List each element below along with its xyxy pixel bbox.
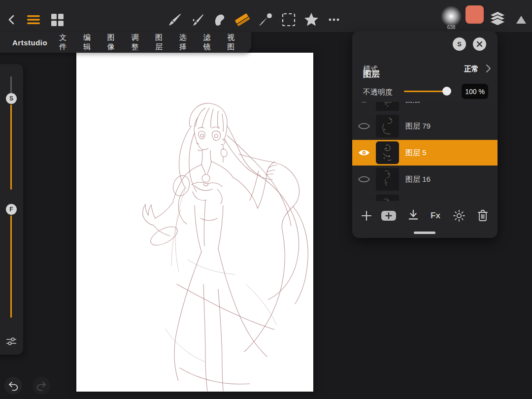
menu-item-file[interactable]: 文件	[59, 33, 73, 52]
color-swatch[interactable]	[466, 5, 484, 24]
visibility-toggle[interactable]	[352, 175, 376, 184]
layers-close-button[interactable]	[473, 37, 486, 51]
visibility-toggle[interactable]	[352, 148, 376, 157]
menu-item-edit[interactable]: 编辑	[83, 33, 97, 52]
sun-icon	[453, 209, 466, 222]
wet-brush-tool[interactable]	[188, 10, 207, 30]
merge-down-icon	[407, 209, 420, 222]
blend-mode-label: 模式	[363, 65, 378, 74]
layers-icon	[488, 11, 507, 27]
menu-bar: Artstudio 文件 编辑 图像 调整 图层 选择 滤镜 视图	[0, 32, 251, 53]
main-menu-button[interactable]	[24, 10, 43, 30]
eyedropper-tool[interactable]	[256, 10, 276, 30]
eye-off-icon	[358, 122, 370, 131]
back-button[interactable]	[2, 10, 22, 30]
grid-icon	[50, 13, 64, 27]
fx-label: Fx	[431, 211, 440, 221]
layer-thumbnail	[376, 141, 399, 164]
layer-name: 图层 79	[405, 122, 431, 131]
layer-thumbnail	[376, 102, 399, 111]
merge-down-button[interactable]	[405, 208, 421, 224]
flow-slider-label: F	[9, 206, 13, 213]
add-layer-button[interactable]	[359, 208, 374, 224]
menu-item-image[interactable]: 图像	[107, 33, 121, 52]
blend-mode-value[interactable]: 正常	[464, 65, 479, 74]
layer-row-clipped-top[interactable]: 图层 10	[352, 102, 498, 112]
smudge-tool[interactable]	[210, 10, 230, 30]
eraser-tool-active[interactable]	[233, 10, 252, 30]
layer-row-selected[interactable]: 图层 5	[352, 140, 498, 166]
menu-item-select[interactable]: 选择	[179, 33, 193, 52]
add-layer-with-content-button[interactable]	[381, 208, 397, 224]
panel-drag-handle[interactable]	[414, 232, 435, 234]
sketch-artwork	[76, 53, 313, 392]
opacity-slider-track[interactable]	[404, 91, 447, 92]
menu-item-layer[interactable]: 图层	[155, 33, 169, 52]
eyedropper-icon	[259, 12, 273, 27]
layer-thumbnail	[376, 168, 399, 191]
paint-brush-icon	[167, 12, 182, 27]
size-slider-thumb[interactable]: S	[6, 93, 17, 104]
layer-row-clipped-bottom[interactable]	[352, 193, 498, 201]
undo-button[interactable]	[4, 377, 22, 395]
visibility-toggle[interactable]	[352, 122, 376, 131]
wet-brush-icon	[190, 12, 205, 27]
menu-item-view[interactable]: 视图	[227, 33, 241, 52]
menu-app-name[interactable]: Artstudio	[12, 38, 47, 47]
marquee-icon	[281, 12, 296, 27]
plus-icon	[361, 210, 372, 222]
layer-row[interactable]	[352, 193, 498, 201]
side-slider-rail: S F	[0, 64, 23, 355]
delete-layer-button[interactable]	[475, 208, 491, 224]
visibility-toggle[interactable]	[352, 102, 376, 104]
blend-mode-chevron[interactable]	[485, 64, 491, 75]
size-slider-track-lower[interactable]	[10, 104, 12, 190]
paint-brush-tool[interactable]	[165, 10, 185, 30]
hamburger-icon	[26, 13, 41, 26]
collapse-toolbar-button[interactable]	[511, 10, 531, 30]
undo-icon	[8, 380, 19, 391]
tune-icon	[5, 335, 18, 348]
size-slider-label: S	[9, 95, 13, 102]
layer-adjustments-button[interactable]	[451, 208, 467, 224]
s-button-label: S	[457, 40, 462, 48]
layers-s-button[interactable]: S	[453, 37, 466, 51]
star-icon	[303, 12, 319, 28]
layer-row[interactable]: 图层 79	[352, 113, 498, 139]
eraser-icon	[234, 12, 250, 28]
smudge-icon	[212, 12, 227, 27]
close-icon	[476, 41, 483, 47]
selection-tool[interactable]	[279, 10, 299, 30]
ellipsis-icon	[327, 12, 341, 27]
layer-name: 图层 16	[405, 175, 431, 184]
layers-panel-button[interactable]	[488, 9, 507, 29]
gallery-button[interactable]	[47, 10, 67, 30]
layer-name: 图层 10	[405, 102, 431, 104]
more-tools-button[interactable]	[324, 10, 344, 30]
slider-settings-button[interactable]	[5, 335, 18, 350]
layer-row[interactable]: 图层 16	[352, 166, 498, 192]
menu-item-adjust[interactable]: 调整	[131, 33, 145, 52]
layer-effects-button[interactable]: Fx	[428, 208, 443, 224]
menu-item-filter[interactable]: 滤镜	[203, 33, 217, 52]
top-toolbar: 638	[0, 0, 532, 32]
opacity-value[interactable]: 100 %	[462, 84, 488, 99]
redo-button[interactable]	[33, 377, 50, 395]
layer-thumbnail	[376, 115, 399, 137]
layer-thumbnail	[376, 195, 399, 201]
layers-footer: Fx	[352, 201, 498, 238]
layers-panel: 图层 S 模式 正常 不透明度 100 % 图层 10	[352, 31, 498, 238]
artstudio-app: 638 Artstudio 文件 编辑 图像 调整 图层 选择 滤镜 视图	[0, 0, 532, 399]
flow-slider-thumb[interactable]: F	[6, 204, 17, 215]
brush-preview[interactable]	[441, 6, 462, 27]
redo-icon	[36, 380, 47, 391]
triangle-up-icon	[515, 14, 528, 26]
favorites-tool[interactable]	[301, 10, 321, 30]
flow-slider-track[interactable]	[10, 215, 12, 318]
layer-name: 图层 5	[405, 148, 427, 158]
opacity-slider-thumb[interactable]	[442, 87, 451, 96]
drawing-canvas[interactable]	[76, 53, 313, 392]
trash-icon	[477, 209, 489, 222]
layer-row[interactable]: 图层 10	[352, 102, 498, 112]
boxed-plus-icon	[381, 210, 397, 222]
